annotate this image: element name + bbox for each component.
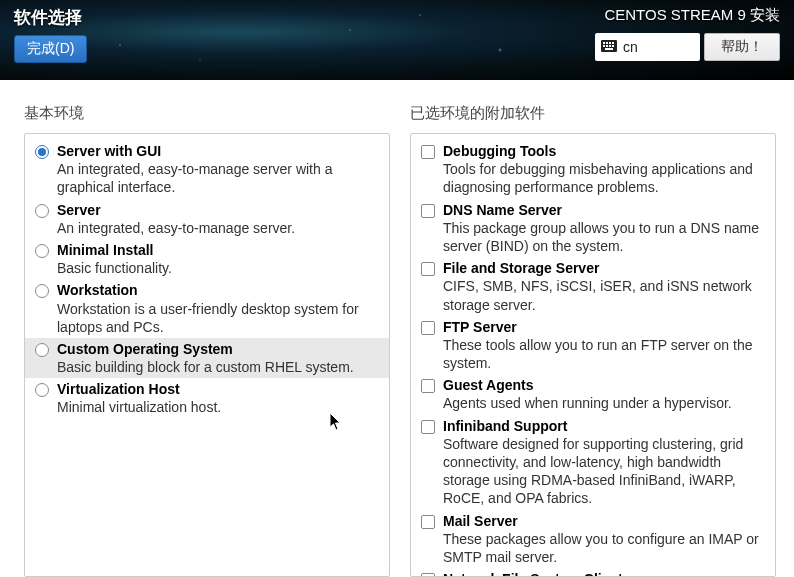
option-label: Minimal Install bbox=[57, 241, 379, 259]
base-env-list[interactable]: Server with GUIAn integrated, easy-to-ma… bbox=[24, 133, 390, 577]
option-label: FTP Server bbox=[443, 318, 765, 336]
env-option-workstation[interactable]: WorkstationWorkstation is a user-friendl… bbox=[25, 279, 389, 338]
svg-rect-7 bbox=[609, 45, 611, 47]
distro-title: CENTOS STREAM 9 安装 bbox=[595, 6, 780, 25]
page-title: 软件选择 bbox=[14, 6, 87, 29]
addons-column: 已选环境的附加软件 Debugging ToolsTools for debug… bbox=[410, 104, 776, 577]
keyboard-layout-label: cn bbox=[623, 39, 638, 55]
option-label: Server with GUI bbox=[57, 142, 379, 160]
svg-rect-9 bbox=[605, 48, 613, 50]
env-option-virt-host[interactable]: Virtualization HostMinimal virtualizatio… bbox=[25, 378, 389, 418]
option-description: These tools allow you to run an FTP serv… bbox=[443, 336, 765, 372]
addons-list[interactable]: Debugging ToolsTools for debugging misbe… bbox=[410, 133, 776, 577]
svg-rect-2 bbox=[606, 42, 608, 44]
option-description: Software designed for supporting cluster… bbox=[443, 435, 765, 508]
option-label: Guest Agents bbox=[443, 376, 765, 394]
env-option-minimal[interactable]: Minimal InstallBasic functionality. bbox=[25, 239, 389, 279]
radio-button[interactable] bbox=[35, 204, 49, 218]
svg-rect-5 bbox=[603, 45, 605, 47]
checkbox[interactable] bbox=[421, 204, 435, 218]
addon-option-guest-agents[interactable]: Guest AgentsAgents used when running und… bbox=[411, 374, 775, 414]
option-description: Tools for debugging misbehaving applicat… bbox=[443, 160, 765, 196]
option-description: Minimal virtualization host. bbox=[57, 398, 379, 416]
option-description: Workstation is a user-friendly desktop s… bbox=[57, 300, 379, 336]
option-label: Custom Operating System bbox=[57, 340, 379, 358]
addon-option-debugging[interactable]: Debugging ToolsTools for debugging misbe… bbox=[411, 140, 775, 199]
addon-option-dns[interactable]: DNS Name ServerThis package group allows… bbox=[411, 199, 775, 258]
keyboard-layout-indicator[interactable]: cn bbox=[595, 33, 700, 61]
help-button[interactable]: 帮助！ bbox=[704, 33, 780, 61]
checkbox[interactable] bbox=[421, 420, 435, 434]
addon-option-mail[interactable]: Mail ServerThese packages allow you to c… bbox=[411, 510, 775, 569]
option-description: An integrated, easy-to-manage server wit… bbox=[57, 160, 379, 196]
content-area: 基本环境 Server with GUIAn integrated, easy-… bbox=[0, 80, 794, 577]
option-label: File and Storage Server bbox=[443, 259, 765, 277]
option-label: Network File System Client bbox=[443, 570, 765, 577]
option-label: Infiniband Support bbox=[443, 417, 765, 435]
option-label: Server bbox=[57, 201, 379, 219]
addon-option-infiniband[interactable]: Infiniband SupportSoftware designed for … bbox=[411, 415, 775, 510]
checkbox[interactable] bbox=[421, 573, 435, 577]
done-button[interactable]: 完成(D) bbox=[14, 35, 87, 63]
svg-rect-1 bbox=[603, 42, 605, 44]
addon-option-file-storage[interactable]: File and Storage ServerCIFS, SMB, NFS, i… bbox=[411, 257, 775, 316]
radio-button[interactable] bbox=[35, 284, 49, 298]
svg-rect-8 bbox=[612, 45, 614, 47]
option-description: An integrated, easy-to-manage server. bbox=[57, 219, 379, 237]
option-description: Basic functionality. bbox=[57, 259, 379, 277]
svg-rect-3 bbox=[609, 42, 611, 44]
keyboard-icon bbox=[601, 39, 617, 55]
checkbox[interactable] bbox=[421, 321, 435, 335]
base-env-title: 基本环境 bbox=[24, 104, 390, 123]
checkbox[interactable] bbox=[421, 379, 435, 393]
svg-rect-6 bbox=[606, 45, 608, 47]
option-description: CIFS, SMB, NFS, iSCSI, iSER, and iSNS ne… bbox=[443, 277, 765, 313]
option-label: Mail Server bbox=[443, 512, 765, 530]
addons-title: 已选环境的附加软件 bbox=[410, 104, 776, 123]
radio-button[interactable] bbox=[35, 145, 49, 159]
radio-button[interactable] bbox=[35, 244, 49, 258]
option-description: This package group allows you to run a D… bbox=[443, 219, 765, 255]
checkbox[interactable] bbox=[421, 515, 435, 529]
radio-button[interactable] bbox=[35, 383, 49, 397]
env-option-server[interactable]: ServerAn integrated, easy-to-manage serv… bbox=[25, 199, 389, 239]
env-option-custom[interactable]: Custom Operating SystemBasic building bl… bbox=[25, 338, 389, 378]
svg-rect-4 bbox=[612, 42, 614, 44]
option-label: Workstation bbox=[57, 281, 379, 299]
option-description: Agents used when running under a hypervi… bbox=[443, 394, 765, 412]
radio-button[interactable] bbox=[35, 343, 49, 357]
header-bar: 软件选择 完成(D) CENTOS STREAM 9 安装 cn 帮助！ bbox=[0, 0, 794, 80]
option-description: Basic building block for a custom RHEL s… bbox=[57, 358, 379, 376]
addon-option-nfs-client[interactable]: Network File System Client bbox=[411, 568, 775, 577]
option-label: Debugging Tools bbox=[443, 142, 765, 160]
option-label: DNS Name Server bbox=[443, 201, 765, 219]
checkbox[interactable] bbox=[421, 262, 435, 276]
base-env-column: 基本环境 Server with GUIAn integrated, easy-… bbox=[24, 104, 390, 577]
env-option-server-gui[interactable]: Server with GUIAn integrated, easy-to-ma… bbox=[25, 140, 389, 199]
option-description: These packages allow you to configure an… bbox=[443, 530, 765, 566]
option-label: Virtualization Host bbox=[57, 380, 379, 398]
checkbox[interactable] bbox=[421, 145, 435, 159]
addon-option-ftp[interactable]: FTP ServerThese tools allow you to run a… bbox=[411, 316, 775, 375]
